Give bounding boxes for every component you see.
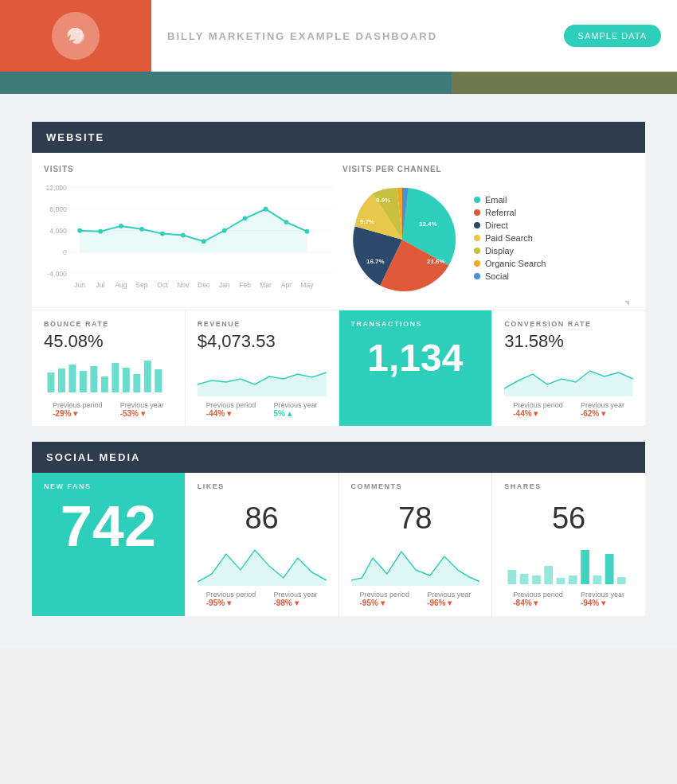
svg-text:8.9%: 8.9% — [376, 197, 390, 204]
svg-point-12 — [98, 229, 103, 234]
legend-dot-social — [474, 273, 480, 279]
comments-title: COMMENTS — [351, 482, 480, 490]
likes-chart — [198, 542, 327, 586]
transactions-value: 1,134 — [351, 331, 480, 377]
visits-line-chart: 12,000 8,000 4,000 0 -4,000 — [44, 180, 335, 291]
svg-text:21.6%: 21.6% — [427, 258, 445, 265]
logo-box — [0, 0, 151, 72]
social-cards-row: NEW FANS 742 LIKES 86 Previous period -9… — [32, 473, 645, 616]
header-title: BILLY MARKETING EXAMPLE DASHBOARD — [167, 30, 437, 42]
svg-text:Aug: Aug — [115, 281, 127, 289]
revenue-card: REVENUE $4,073.53 Previous period -44% ▾… — [186, 310, 339, 426]
legend-organic-search: Organic Search — [474, 259, 546, 268]
svg-point-15 — [160, 232, 165, 236]
svg-rect-45 — [101, 376, 108, 392]
shares-previous-period: Previous period -84% ▾ — [513, 591, 563, 607]
legend-email: Email — [474, 195, 546, 205]
svg-rect-57 — [532, 575, 541, 584]
legend-dot-paid-search — [474, 235, 480, 241]
svg-rect-44 — [90, 366, 97, 392]
shares-value: 56 — [504, 493, 633, 542]
svg-rect-46 — [112, 363, 119, 392]
conversion-rate-value: 31.58% — [504, 331, 633, 352]
svg-point-11 — [77, 228, 82, 233]
pie-label: VISITS PER CHANNEL — [342, 165, 633, 174]
shares-card: SHARES 56 — [492, 473, 645, 616]
svg-rect-60 — [569, 575, 577, 584]
shares-footer: Previous period -84% ▾ Previous year -94… — [504, 591, 633, 607]
likes-value: 86 — [198, 493, 327, 542]
svg-rect-63 — [605, 554, 614, 584]
svg-rect-61 — [581, 550, 589, 584]
legend-dot-display — [474, 248, 480, 254]
legend-dot-organic-search — [474, 260, 480, 267]
svg-text:0: 0 — [63, 248, 67, 256]
svg-rect-56 — [520, 574, 529, 584]
svg-point-13 — [119, 224, 123, 228]
bounce-rate-previous-period: Previous period -29% ▾ — [53, 401, 103, 418]
likes-previous-period: Previous period -95% ▾ — [206, 591, 256, 607]
svg-text:4,000: 4,000 — [49, 227, 67, 235]
conversion-rate-title: CONVERSION RATE — [504, 320, 633, 328]
svg-marker-53 — [198, 550, 327, 586]
svg-rect-64 — [617, 577, 626, 584]
svg-point-16 — [181, 233, 186, 238]
revenue-chart — [198, 357, 327, 396]
svg-text:Apr: Apr — [281, 281, 292, 289]
svg-point-21 — [284, 220, 289, 224]
legend-dot-referral — [474, 209, 480, 216]
new-fans-card: NEW FANS 742 — [32, 473, 186, 616]
new-fans-title: NEW FANS — [44, 482, 173, 490]
logo-icon — [52, 12, 100, 60]
comments-card: COMMENTS 78 Previous period -95% ▾ Previ… — [339, 473, 493, 616]
pie-legend: Email Referral Direct Paid Search — [474, 195, 546, 284]
svg-point-19 — [243, 216, 248, 220]
legend-display: Display — [474, 246, 546, 255]
sample-data-button[interactable]: SAMPLE DATA — [564, 25, 661, 47]
conversion-rate-previous-year: Previous year -62% ▾ — [581, 401, 624, 418]
svg-rect-50 — [155, 369, 162, 392]
transactions-card: TRANSACTIONS 1,134 — [339, 310, 493, 426]
svg-rect-43 — [80, 371, 87, 392]
svg-text:Jul: Jul — [96, 281, 105, 289]
svg-text:-4,000: -4,000 — [47, 270, 67, 278]
svg-marker-54 — [351, 552, 480, 586]
charts-row: VISITS 12,000 8,000 4,000 0 - — [32, 153, 645, 310]
bounce-rate-title: BOUNCE RATE — [44, 320, 173, 328]
comments-previous-period: Previous period -95% ▾ — [360, 591, 410, 607]
svg-text:May: May — [300, 281, 314, 289]
likes-title: LIKES — [198, 482, 327, 490]
header: BILLY MARKETING EXAMPLE DASHBOARD SAMPLE… — [0, 0, 677, 72]
svg-text:8,000: 8,000 — [49, 205, 67, 213]
svg-text:Mar: Mar — [260, 281, 272, 289]
svg-text:12,000: 12,000 — [45, 184, 67, 192]
pie-row: 32.4% 21.6% 16.7% 9.7% 8.9% Email — [342, 180, 633, 299]
bounce-rate-footer: Previous period -29% ▾ Previous year -53… — [44, 401, 173, 418]
revenue-footer: Previous period -44% ▾ Previous year 5% … — [198, 401, 327, 418]
svg-rect-47 — [123, 368, 130, 392]
conversion-rate-previous-period: Previous period -44% ▾ — [513, 401, 563, 418]
visits-label: VISITS — [44, 165, 335, 174]
comments-footer: Previous period -95% ▾ Previous year -96… — [351, 591, 480, 607]
transactions-title: TRANSACTIONS — [351, 320, 480, 328]
bounce-rate-previous-year: Previous year -53% ▾ — [120, 401, 164, 418]
main-content: WEBSITE VISITS 12,000 8,000 — [0, 94, 677, 648]
website-section-header: WEBSITE — [32, 122, 645, 153]
website-section: WEBSITE VISITS 12,000 8,000 — [32, 122, 645, 426]
revenue-previous-year: Previous year 5% ▴ — [273, 401, 317, 418]
pie-area: VISITS PER CHANNEL — [342, 165, 633, 306]
color-bar-olive — [452, 72, 677, 94]
svg-rect-40 — [47, 372, 54, 392]
svg-rect-41 — [58, 369, 65, 392]
likes-previous-year: Previous year -98% ▾ — [273, 591, 317, 607]
stats-row: BOUNCE RATE 45.08% — [32, 310, 645, 426]
likes-footer: Previous period -95% ▾ Previous year -98… — [198, 591, 327, 607]
comments-previous-year: Previous year -96% ▾ — [427, 591, 471, 607]
revenue-previous-period: Previous period -44% ▾ — [206, 401, 256, 418]
svg-point-18 — [222, 228, 227, 233]
legend-direct: Direct — [474, 220, 546, 230]
svg-rect-59 — [557, 578, 565, 584]
svg-text:Jan: Jan — [219, 281, 230, 289]
legend-dot-direct — [474, 222, 480, 228]
new-fans-value: 742 — [44, 493, 173, 559]
